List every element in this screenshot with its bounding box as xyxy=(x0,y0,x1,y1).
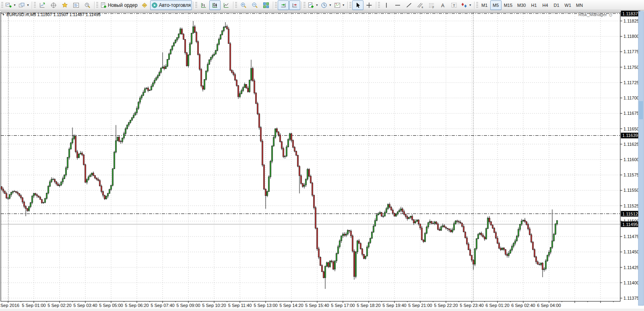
status-strip xyxy=(0,309,644,311)
toolbar-grip[interactable] xyxy=(476,2,478,8)
metaeditor-button[interactable] xyxy=(139,0,150,10)
market-watch-button[interactable] xyxy=(37,0,48,10)
crosshair-button[interactable] xyxy=(363,0,375,10)
toolbar-grip[interactable] xyxy=(303,2,305,8)
linechart-icon xyxy=(223,2,229,8)
chart-window: 1.118251.118001.117751.117501.117251.117… xyxy=(0,10,644,311)
arrows-button[interactable]: ▼ xyxy=(460,0,473,10)
time-tick-label: 5 Sep 13:00 xyxy=(254,303,277,308)
period-h1-label: H1 xyxy=(530,3,538,8)
tile-windows-button[interactable] xyxy=(260,0,272,10)
period-h4-button[interactable]: H4 xyxy=(540,0,551,10)
toolbar-grip[interactable] xyxy=(349,2,351,8)
chart-shift-button[interactable] xyxy=(289,0,300,10)
time-tick-label: 5 Sep 22:20 xyxy=(434,303,458,308)
fibo-icon: F xyxy=(428,2,435,8)
trendline-button[interactable] xyxy=(403,0,415,10)
new-order-button[interactable]: Новый ордер xyxy=(99,0,139,10)
new-chart-button[interactable]: ▼ xyxy=(4,0,17,10)
time-tick-label: 5 Sep 18:20 xyxy=(357,303,380,308)
navigator-button[interactable] xyxy=(59,0,70,10)
new-order-icon xyxy=(100,2,107,8)
boxed-price-label: 1.11512 xyxy=(622,211,638,216)
chevron-down-icon[interactable]: ▼ xyxy=(329,4,332,6)
time-tick-label: 5 Sep 11:40 xyxy=(228,303,252,308)
period-d1-button[interactable]: D1 xyxy=(551,0,562,10)
chevron-down-icon[interactable]: ▼ xyxy=(13,4,16,6)
cursor-button[interactable] xyxy=(352,0,363,10)
time-tick-label: 2 Sep 2016 xyxy=(0,303,19,308)
text-label-button[interactable]: T xyxy=(448,0,460,10)
toolbar-grip[interactable] xyxy=(275,2,277,8)
chart-canvas[interactable]: 1.118251.118001.117751.117501.117251.117… xyxy=(0,10,644,311)
time-tick-label: 5 Sep 06:20 xyxy=(125,303,149,308)
zoom-in-button[interactable] xyxy=(238,0,249,10)
time-tick-label: 5 Sep 10:20 xyxy=(202,303,226,308)
templates-button[interactable]: ▼ xyxy=(333,0,346,10)
fibonacci-button[interactable]: F xyxy=(426,0,437,10)
price-tick-label: 1.11725 xyxy=(623,80,639,85)
hline-icon xyxy=(394,2,401,8)
vertical-scrollbar[interactable] xyxy=(638,11,644,305)
price-tick-label: 1.11600 xyxy=(623,157,639,162)
symbol-ohlc-header: EURUSD.m,M5 1.11507 1.11507 1.11487 1.11… xyxy=(6,12,101,17)
svg-text:A: A xyxy=(441,2,444,8)
time-tick-label: 5 Sep 03:40 xyxy=(73,303,97,308)
vertical-line-button[interactable] xyxy=(381,0,392,10)
auto-scroll-button[interactable] xyxy=(278,0,289,10)
one-click-trading-toggle[interactable]: ▼ xyxy=(2,13,5,16)
text-a-icon: A xyxy=(440,2,446,8)
vline-icon xyxy=(383,2,390,8)
price-tick-label: 1.11825 xyxy=(623,19,639,23)
period-h1-button[interactable]: H1 xyxy=(528,0,540,10)
period-m30-button[interactable]: M30 xyxy=(515,0,528,10)
toolbar-grip[interactable] xyxy=(235,2,237,8)
terminal-button[interactable] xyxy=(70,0,82,10)
toolbar-grip[interactable] xyxy=(1,2,3,8)
scrollbar-thumb[interactable] xyxy=(639,101,643,119)
chart-candles-button[interactable] xyxy=(209,0,221,10)
chevron-down-icon[interactable]: ▼ xyxy=(469,4,472,6)
horizontal-line-button[interactable] xyxy=(392,0,403,10)
indicators-list-button[interactable]: ▼ xyxy=(306,0,320,10)
trendline-icon xyxy=(406,2,412,8)
toolbar-grip[interactable] xyxy=(378,2,380,8)
zoom-in-icon xyxy=(240,2,247,8)
chart-bars-button[interactable] xyxy=(198,0,209,10)
period-m1-button[interactable]: M1 xyxy=(479,0,490,10)
chevron-down-icon[interactable]: ▼ xyxy=(316,4,318,6)
period-mn-button[interactable]: MN xyxy=(574,0,585,10)
period-w1-label: W1 xyxy=(564,3,573,8)
price-tick-label: 1.11700 xyxy=(623,95,639,100)
periods-button[interactable]: ▼ xyxy=(320,0,333,10)
auto-trading-button[interactable]: Авто-торговля xyxy=(150,0,192,10)
period-m5-button[interactable]: M5 xyxy=(490,0,502,10)
period-w1-button[interactable]: W1 xyxy=(562,0,574,10)
chevron-down-icon[interactable]: ▼ xyxy=(342,4,345,6)
data-window-button[interactable] xyxy=(48,0,59,10)
period-d1-label: D1 xyxy=(552,3,560,8)
autoscroll-icon xyxy=(280,2,287,8)
text-button[interactable]: A xyxy=(437,0,448,10)
indicators-icon xyxy=(308,2,314,8)
zoom-out-button[interactable] xyxy=(249,0,260,10)
profiles-button[interactable]: ▼ xyxy=(17,0,31,10)
price-tick-label: 1.11650 xyxy=(623,126,639,131)
bars-icon xyxy=(200,2,207,8)
equidistant-channel-button[interactable]: E xyxy=(415,0,426,10)
toolbar-grip[interactable] xyxy=(34,2,36,8)
toolbar-grip[interactable] xyxy=(195,2,197,8)
price-tick-label: 1.11750 xyxy=(623,65,639,70)
toolbar-grip[interactable] xyxy=(96,2,98,8)
navigator-icon xyxy=(62,2,68,8)
shift-icon xyxy=(291,2,298,8)
toolbar-separator xyxy=(273,2,273,9)
toolbar-separator xyxy=(347,2,348,9)
period-m15-button[interactable]: M15 xyxy=(502,0,515,10)
zoom-out-icon xyxy=(252,2,258,8)
chart-line-button[interactable] xyxy=(221,0,232,10)
strategy-tester-button[interactable] xyxy=(82,0,93,10)
time-tick-label: 5 Sep 21:00 xyxy=(408,303,432,308)
chevron-down-icon[interactable]: ▼ xyxy=(27,4,29,6)
main-toolbar: ▼▼Новый ордерАвто-торговля▼▼▼EFAT▼M1M5M1… xyxy=(0,0,644,10)
